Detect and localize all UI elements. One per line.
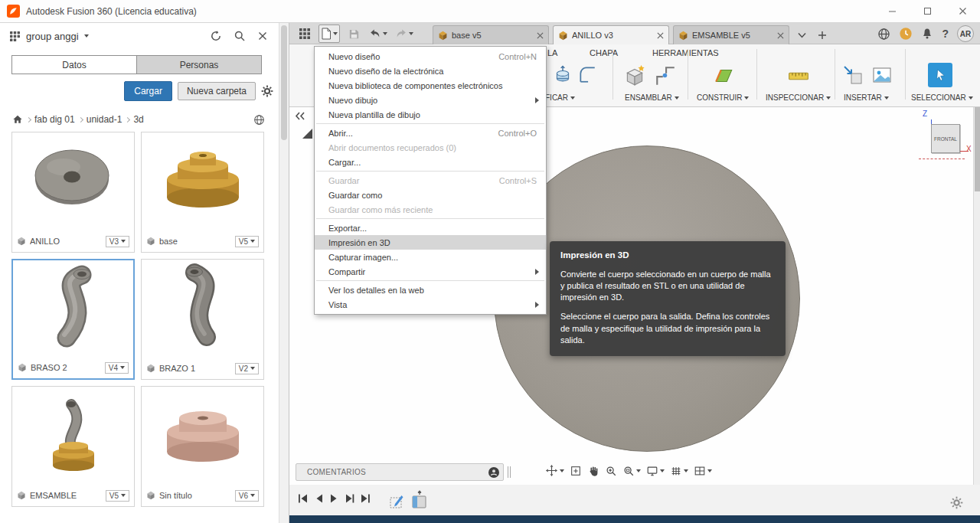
close-button[interactable]: [945, 0, 980, 22]
upload-button[interactable]: Cargar: [124, 81, 172, 101]
close-tab-icon[interactable]: [777, 32, 784, 39]
menu-item-nueva-plantilla[interactable]: Nueva plantilla de dibujo: [315, 107, 546, 122]
menu-item-compartir[interactable]: Compartir: [315, 264, 546, 279]
timeline-feature-sketch-icon[interactable]: [389, 493, 404, 510]
menu-item-guardar-como[interactable]: Guardar como: [315, 188, 546, 202]
joint-icon[interactable]: [654, 64, 677, 87]
viewports-button[interactable]: [694, 465, 712, 477]
document-tab-anillo[interactable]: ANILLO v3: [553, 25, 669, 44]
comments-avatar-badge[interactable]: [488, 466, 500, 479]
comments-drag-handle[interactable]: [508, 466, 511, 478]
menu-item-impresion-3d[interactable]: Impresión en 3D: [315, 235, 546, 250]
pan-button[interactable]: [545, 464, 564, 477]
go-to-start-button[interactable]: [297, 493, 309, 504]
close-tab-icon[interactable]: [657, 32, 664, 39]
breadcrumb-item-folder[interactable]: 3d: [133, 114, 143, 125]
panel-scrollbar-thumb[interactable]: [281, 25, 287, 140]
menu-item-nuevo-diseno[interactable]: Nuevo diseñoControl+N: [315, 49, 546, 64]
new-tab-button[interactable]: [814, 25, 831, 44]
viewcube[interactable]: Z FRONTAL X: [916, 112, 974, 165]
browser-expand-icon[interactable]: [302, 129, 312, 139]
menu-item-vista[interactable]: Vista: [315, 297, 546, 312]
document-tab-emsamble[interactable]: EMSAMBLE v5: [673, 25, 789, 44]
zoom-button[interactable]: [605, 465, 617, 477]
fit-view-button[interactable]: [570, 465, 582, 477]
menu-item-capturar-imagen[interactable]: Capturar imagen...: [315, 250, 546, 264]
tab-overflow-button[interactable]: [793, 25, 810, 44]
ribbon-tab-chapa[interactable]: CHAPA: [590, 48, 618, 57]
search-icon[interactable]: [234, 30, 246, 42]
save-button[interactable]: [345, 25, 363, 43]
panel-settings-gear-icon[interactable]: [261, 85, 273, 97]
breadcrumb-item-folder[interactable]: unidad-1: [87, 114, 122, 125]
version-dropdown[interactable]: V5: [235, 236, 259, 247]
document-tab-base[interactable]: base v5: [433, 25, 549, 44]
insert-image-icon[interactable]: [871, 64, 893, 86]
fillet-icon[interactable]: [577, 64, 597, 84]
pan-hand-button[interactable]: [587, 465, 599, 477]
user-avatar[interactable]: AR: [957, 25, 974, 42]
project-card-brazo-1[interactable]: BRAZO 1 V2: [141, 259, 264, 380]
ribbon-tab-herramientas[interactable]: HERRAMIENTAS: [652, 48, 719, 57]
select-tool-active[interactable]: [928, 63, 952, 87]
minimize-button[interactable]: [874, 0, 910, 22]
close-panel-icon[interactable]: [257, 31, 268, 41]
group-ensamblar[interactable]: ENSAMBLAR: [625, 93, 679, 102]
globe-icon[interactable]: [253, 114, 265, 126]
team-selector[interactable]: group anggi: [26, 31, 79, 42]
project-card-emsamble[interactable]: EMSAMBLE V5: [11, 386, 135, 507]
undo-button[interactable]: [368, 25, 389, 43]
notifications-bell-icon[interactable]: [921, 28, 933, 40]
press-pull-icon[interactable]: [553, 64, 573, 84]
version-dropdown[interactable]: V4: [105, 362, 129, 374]
extensions-globe-icon[interactable]: [877, 28, 890, 41]
display-settings-button[interactable]: [646, 465, 665, 477]
menu-item-abrir[interactable]: Abrir...Control+O: [315, 126, 546, 140]
version-dropdown[interactable]: V3: [106, 236, 129, 247]
group-seleccionar[interactable]: SELECCIONAR: [911, 93, 973, 102]
browser-scrollbar-thumb[interactable]: [975, 107, 980, 191]
file-menu-button[interactable]: [318, 25, 340, 43]
browser-scrollbar[interactable]: [973, 107, 980, 485]
menu-item-cargar[interactable]: Cargar...: [315, 155, 546, 169]
help-icon[interactable]: ?: [942, 28, 949, 40]
step-forward-button[interactable]: [345, 493, 354, 504]
new-folder-button[interactable]: Nueva carpeta: [178, 82, 256, 100]
timeline-feature-extrude-icon[interactable]: [410, 490, 429, 510]
group-insertar[interactable]: INSERTAR: [844, 93, 889, 102]
tab-personas[interactable]: Personas: [136, 56, 261, 74]
timeline-settings-gear-icon[interactable]: [950, 496, 963, 509]
comments-bar[interactable]: COMENTARIOS: [296, 463, 504, 481]
tab-datos[interactable]: Datos: [12, 56, 136, 74]
zoom-window-button[interactable]: [622, 465, 641, 477]
project-card-braso-2[interactable]: BRASO 2 V4: [11, 259, 135, 380]
grid-settings-button[interactable]: [670, 465, 688, 477]
construction-plane-icon[interactable]: [712, 64, 735, 87]
menu-item-nuevo-dibujo[interactable]: Nuevo dibujo: [315, 93, 546, 107]
new-component-icon[interactable]: [623, 64, 646, 87]
menu-item-exportar[interactable]: Exportar...: [315, 221, 546, 235]
viewcube-front-face[interactable]: FRONTAL: [931, 124, 960, 153]
menu-item-nuevo-diseno-electronica[interactable]: Nuevo diseño de la electrónica: [315, 64, 546, 78]
breadcrumb-item-folder[interactable]: fab dig 01: [34, 114, 75, 125]
version-dropdown[interactable]: V5: [106, 490, 129, 502]
ribbon-tab-malla[interactable]: LA: [547, 48, 557, 57]
menu-item-ver-detalles-web[interactable]: Ver los detalles en la web: [315, 283, 546, 297]
group-construir[interactable]: CONSTRUIR: [697, 93, 749, 102]
apps-grid-button[interactable]: [296, 25, 314, 43]
collapse-data-panel-icon[interactable]: [294, 111, 306, 121]
redo-button[interactable]: [394, 25, 415, 43]
maximize-button[interactable]: [910, 0, 945, 22]
go-to-end-button[interactable]: [360, 493, 371, 504]
step-back-button[interactable]: [314, 493, 324, 504]
project-card-sin-titulo[interactable]: Sin título V6: [141, 386, 264, 507]
close-tab-icon[interactable]: [537, 32, 544, 39]
project-card-base[interactable]: base V5: [141, 132, 264, 253]
project-card-anillo[interactable]: ANILLO V3: [11, 132, 135, 253]
menu-item-nueva-biblioteca[interactable]: Nueva biblioteca de componentes electrón…: [315, 78, 546, 93]
panel-scrollbar[interactable]: [279, 23, 289, 523]
version-dropdown[interactable]: V2: [235, 363, 259, 374]
refresh-icon[interactable]: [210, 30, 222, 42]
insert-derive-icon[interactable]: [842, 64, 864, 86]
job-status-clock-icon[interactable]: [899, 27, 913, 41]
